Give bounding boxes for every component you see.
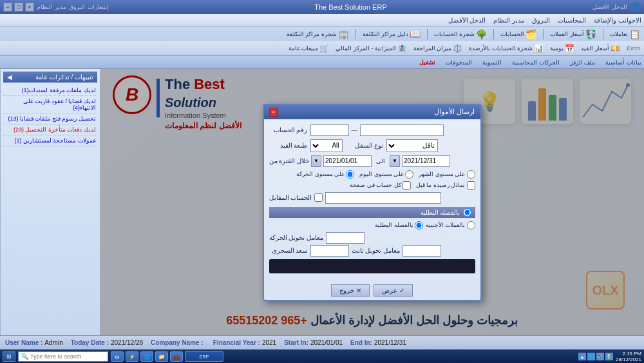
window-controls[interactable]: − □ × [3, 3, 34, 12]
print-class-select[interactable]: All [310, 139, 343, 152]
status-date: Today Date : 2021/12/28 [71, 339, 143, 346]
nav-item-حركات[interactable]: الحركات المحاسبية [512, 59, 560, 66]
status-end: End In: 2021/12/31 [350, 339, 406, 346]
account-name-input[interactable] [310, 124, 349, 136]
taskbar-search-box[interactable]: 🔍 [18, 351, 108, 362]
fiscal-label: Financial Year : [213, 339, 260, 346]
view-label: عرض [382, 287, 397, 294]
sidebar-link-عمولات[interactable]: عمولات مستاجحة لمستشارين (1) [3, 135, 97, 146]
sidebar-link-رسوم[interactable]: تحصيل رسوم فتح ملفات قضايا (13) [3, 113, 97, 124]
transfer-type-select[interactable]: تاقل [386, 139, 438, 152]
tb-btn-دليل-مراكز[interactable]: 📖دليل مراكز التكلفة [361, 28, 422, 40]
matching-account-checkbox[interactable] [314, 193, 323, 202]
level-month-radio[interactable] [467, 170, 475, 179]
tray-icon-volume[interactable]: 🔊 [596, 353, 604, 360]
tb-btn-مبيعات[interactable]: 🛒مبيعات عامة [287, 43, 331, 54]
tb-btn-extra[interactable]: Exrm [625, 44, 641, 52]
menu-item-user[interactable]: الدخل الأفضل [448, 17, 486, 24]
taskbar-app-4[interactable]: 📁 [155, 351, 168, 362]
has-balance-checkbox[interactable] [467, 181, 475, 190]
tb-btn-شجرة-ارصدة[interactable]: 📊شجرة الحسابات بالأرصدة [468, 43, 545, 54]
cash-factor-label: سعد السحرى [269, 247, 308, 254]
local-currency-opt[interactable]: بالقصله البطلية [375, 221, 423, 230]
level-movement-radio[interactable] [346, 170, 354, 179]
sep1 [603, 29, 603, 39]
nav-item-بيانات[interactable]: بيانات أساسية [605, 59, 641, 66]
tb-btn-ميزان[interactable]: ⚖️ميزان المراجعة [412, 43, 464, 54]
menu-item-احوانب[interactable]: الاجوانب والإضافة [594, 17, 641, 24]
close-btn[interactable]: × [25, 3, 34, 12]
local-currency-radio[interactable] [415, 221, 423, 230]
level-month[interactable]: على مستوى الشهر [419, 170, 475, 179]
tb-btn-شجرة-مراكز[interactable]: 🏢شجرة مراكز التكلفة [285, 28, 350, 40]
has-balance-label: تماذل رصيدة ما قبل [416, 182, 466, 188]
menu-item-بروق[interactable]: البروق [532, 17, 550, 24]
company-label: Company Name : [151, 339, 204, 346]
date-to-input[interactable] [402, 155, 450, 167]
tb-btn-اسعار[interactable]: 💱أسعار العملات [549, 28, 598, 40]
transfer-factor-input[interactable] [326, 232, 365, 244]
foreign-currency-opt[interactable]: بالعملات الأجنبية [426, 221, 475, 230]
dialog-close-btn[interactable]: × [269, 108, 278, 117]
sidebar-header: تنبيهات / تذكرات عامة ◀ [3, 72, 97, 83]
has-balance-chk[interactable]: تماذل رصيدة ما قبل [416, 181, 475, 190]
level-day-radio[interactable] [405, 170, 413, 179]
tb-btn-شجرة-حسابات[interactable]: 🌳شجرة الحسابات [433, 28, 489, 40]
fixed-factor-input[interactable] [402, 245, 441, 257]
minimize-btn[interactable]: − [3, 3, 12, 12]
user-icon[interactable]: 👤 [630, 2, 641, 12]
maximize-btn[interactable]: □ [14, 3, 23, 12]
nav-item-مدفوعات[interactable]: المدفوعات [446, 59, 472, 66]
tb-btn-يومية[interactable]: 📅يومية [549, 43, 576, 54]
level-movement[interactable]: على مستوى الحركة [296, 170, 354, 179]
date-to-picker[interactable]: ▼ [390, 155, 400, 167]
tray-icon-battery[interactable]: 🔋 [605, 353, 613, 360]
taskbar: ⊞ 🔍 🗂 ⚡ 🌐 📁 💼 ERP ▲ 🌐 🔊 🔋 2:15 PM 28/12/… [0, 349, 644, 363]
view-button[interactable]: ✓ عرض [374, 284, 413, 297]
sidebar-link-دفعات[interactable]: لديك دفعات متأخرة التحصيل (23) [3, 124, 97, 135]
nav-item-تسوية[interactable]: التسوية [482, 59, 502, 66]
taskbar-search-input[interactable] [30, 353, 101, 360]
exit-button[interactable]: ✕ خروج [331, 284, 370, 297]
toolbar-row-2: Exrm 💴أسعار الفيد 📅يومية 📊شجرة الحسابات … [0, 41, 644, 55]
tray-icon-network[interactable]: 🌐 [587, 353, 595, 360]
sidebar-link-قضايا[interactable]: لديك قضايا / عقود قاربت على الانتهاء(4) [3, 96, 97, 113]
taskbar-app-erp[interactable]: ERP [185, 351, 223, 362]
level-day-label: على مستوى اليوم [359, 171, 404, 177]
cash-factor-input[interactable] [310, 245, 349, 257]
fiscal-value: 2021 [262, 339, 276, 346]
taskbar-app-3[interactable]: 🌐 [140, 351, 153, 362]
all-accounts-chk[interactable]: كل حساب في صفحة [350, 181, 411, 190]
notifications-label: إشعارات [88, 4, 109, 10]
tb-btn-ميزانية[interactable]: 🏦الميزانية - المركز المالي [334, 43, 408, 54]
taskbar-app-2[interactable]: ⚡ [126, 351, 138, 362]
section-radio[interactable] [463, 208, 471, 217]
matching-account-input[interactable] [325, 192, 441, 204]
all-accounts-checkbox[interactable] [402, 181, 411, 190]
black-bar [269, 259, 475, 273]
tb-btn-حسابات[interactable]: 🗂️الحسابات [499, 28, 538, 40]
start-button[interactable]: ⊞ [3, 351, 15, 362]
account-number-input[interactable] [360, 124, 444, 136]
menu-item-مدير[interactable]: مدير النظام [493, 17, 524, 24]
level-day[interactable]: على مستوى اليوم [359, 170, 413, 179]
tb-btn-تعاملات[interactable]: 📋تعاملات [609, 28, 641, 40]
tray-icon-1[interactable]: ▲ [578, 353, 586, 360]
nav-bar: بيانات أساسية ملف الزقر الحركات المحاسبي… [0, 56, 644, 69]
section-header-filter: بالقصله البطلية [269, 207, 475, 218]
taskbar-app-1[interactable]: 🗂 [111, 351, 124, 362]
date-from-input[interactable] [323, 155, 372, 167]
sidebar-toggle[interactable]: ◀ [7, 74, 12, 81]
nav-item-ملف[interactable]: ملف الزقر [570, 59, 596, 66]
foreign-currency-radio[interactable] [467, 221, 475, 230]
date-range-label: خلال الفترة من [269, 157, 310, 164]
status-user: User Name : Admin [5, 339, 63, 346]
nav-item-تشغيل[interactable]: تشغيل [419, 59, 435, 66]
user-value: Admin [44, 339, 62, 346]
sidebar-link-ملفات-مرفقة[interactable]: لديك ملفات مرفقة لسندات(1) [3, 85, 97, 96]
taskbar-app-5[interactable]: 💼 [170, 351, 183, 362]
menu-item-محاسبات[interactable]: المحاسبات [558, 17, 586, 24]
date-from-picker[interactable]: ▼ [311, 155, 321, 167]
tb-btn-اسعار-فيد[interactable]: 💴أسعار الفيد [580, 43, 621, 54]
foreign-label: بالعملات الأجنبية [426, 222, 466, 228]
